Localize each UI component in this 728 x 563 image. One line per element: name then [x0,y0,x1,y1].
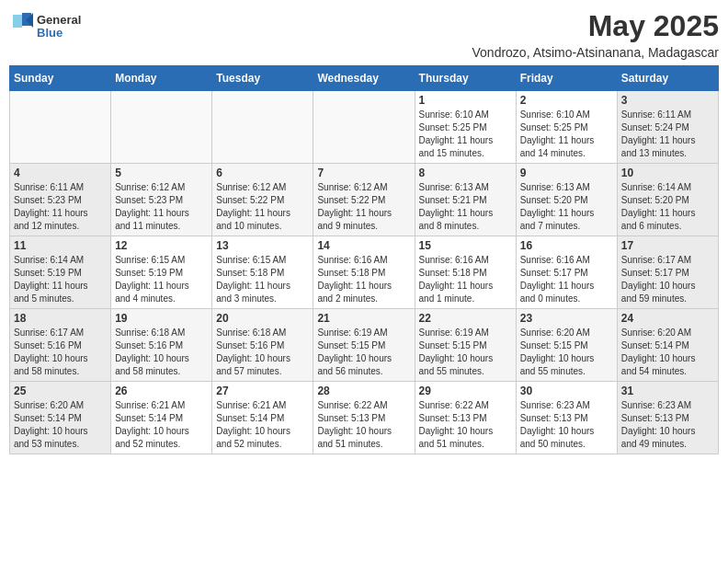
calendar-cell: 1Sunrise: 6:10 AM Sunset: 5:25 PM Daylig… [415,91,516,164]
day-info: Sunrise: 6:10 AM Sunset: 5:25 PM Dayligh… [419,109,512,160]
calendar-cell: 23Sunrise: 6:20 AM Sunset: 5:15 PM Dayli… [516,309,617,382]
header-thursday: Thursday [415,66,516,91]
day-info: Sunrise: 6:20 AM Sunset: 5:15 PM Dayligh… [520,327,613,378]
calendar-cell: 17Sunrise: 6:17 AM Sunset: 5:17 PM Dayli… [617,236,718,309]
page-container: General Blue May 2025 Vondrozo, Atsimo-A… [9,9,719,454]
calendar-cell: 21Sunrise: 6:19 AM Sunset: 5:15 PM Dayli… [313,309,415,382]
calendar-week-row: 25Sunrise: 6:20 AM Sunset: 5:14 PM Dayli… [10,382,719,454]
day-number: 24 [621,312,714,325]
calendar-cell: 16Sunrise: 6:16 AM Sunset: 5:17 PM Dayli… [516,236,617,309]
day-info: Sunrise: 6:10 AM Sunset: 5:25 PM Dayligh… [520,109,613,160]
day-number: 17 [621,239,714,252]
day-number: 5 [115,167,208,179]
day-info: Sunrise: 6:21 AM Sunset: 5:14 PM Dayligh… [115,399,208,451]
header-friday: Friday [516,66,617,91]
day-info: Sunrise: 6:18 AM Sunset: 5:16 PM Dayligh… [216,327,309,378]
day-number: 31 [621,385,714,397]
calendar-cell: 11Sunrise: 6:14 AM Sunset: 5:19 PM Dayli… [10,236,111,309]
day-number: 14 [317,239,410,252]
day-info: Sunrise: 6:16 AM Sunset: 5:18 PM Dayligh… [419,254,512,305]
day-number: 18 [14,312,107,325]
calendar-header-row: Sunday Monday Tuesday Wednesday Thursday… [10,66,719,91]
calendar-cell: 27Sunrise: 6:21 AM Sunset: 5:14 PM Dayli… [212,382,313,454]
calendar-cell [313,91,415,164]
day-number: 25 [14,385,107,397]
calendar-cell: 4Sunrise: 6:11 AM Sunset: 5:23 PM Daylig… [10,164,111,236]
day-number: 12 [115,239,208,252]
calendar-cell: 25Sunrise: 6:20 AM Sunset: 5:14 PM Dayli… [10,382,111,454]
day-info: Sunrise: 6:16 AM Sunset: 5:17 PM Dayligh… [520,254,613,305]
svg-marker-3 [13,15,22,28]
header: General Blue May 2025 Vondrozo, Atsimo-A… [9,9,719,60]
day-number: 30 [520,385,613,397]
day-info: Sunrise: 6:11 AM Sunset: 5:23 PM Dayligh… [14,181,107,233]
day-info: Sunrise: 6:23 AM Sunset: 5:13 PM Dayligh… [520,399,613,451]
calendar-week-row: 1Sunrise: 6:10 AM Sunset: 5:25 PM Daylig… [10,91,719,164]
day-number: 23 [520,312,613,325]
calendar-cell: 26Sunrise: 6:21 AM Sunset: 5:14 PM Dayli… [111,382,212,454]
day-info: Sunrise: 6:17 AM Sunset: 5:17 PM Dayligh… [621,254,714,305]
day-info: Sunrise: 6:12 AM Sunset: 5:22 PM Dayligh… [216,181,309,233]
calendar-cell: 24Sunrise: 6:20 AM Sunset: 5:14 PM Dayli… [617,309,718,382]
calendar-cell: 3Sunrise: 6:11 AM Sunset: 5:24 PM Daylig… [617,91,718,164]
day-number: 13 [216,239,309,252]
day-number: 6 [216,167,309,179]
location-subtitle: Vondrozo, Atsimo-Atsinanana, Madagascar [472,45,720,60]
calendar-cell: 19Sunrise: 6:18 AM Sunset: 5:16 PM Dayli… [111,309,212,382]
calendar-cell: 10Sunrise: 6:14 AM Sunset: 5:20 PM Dayli… [617,164,718,236]
day-info: Sunrise: 6:17 AM Sunset: 5:16 PM Dayligh… [14,327,107,378]
day-info: Sunrise: 6:13 AM Sunset: 5:20 PM Dayligh… [520,181,613,233]
day-info: Sunrise: 6:18 AM Sunset: 5:16 PM Dayligh… [115,327,208,378]
calendar-cell: 12Sunrise: 6:15 AM Sunset: 5:19 PM Dayli… [111,236,212,309]
day-info: Sunrise: 6:14 AM Sunset: 5:20 PM Dayligh… [621,181,714,233]
header-monday: Monday [111,66,212,91]
day-number: 16 [520,239,613,252]
calendar-cell: 18Sunrise: 6:17 AM Sunset: 5:16 PM Dayli… [10,309,111,382]
calendar-cell [212,91,313,164]
day-info: Sunrise: 6:15 AM Sunset: 5:18 PM Dayligh… [216,254,309,305]
day-number: 11 [14,239,107,252]
day-number: 10 [621,167,714,179]
calendar-table: Sunday Monday Tuesday Wednesday Thursday… [9,65,719,454]
day-info: Sunrise: 6:20 AM Sunset: 5:14 PM Dayligh… [14,399,107,451]
day-number: 21 [317,312,410,325]
day-number: 3 [621,94,714,107]
calendar-cell: 28Sunrise: 6:22 AM Sunset: 5:13 PM Dayli… [313,382,415,454]
calendar-cell: 5Sunrise: 6:12 AM Sunset: 5:23 PM Daylig… [111,164,212,236]
calendar-cell: 7Sunrise: 6:12 AM Sunset: 5:22 PM Daylig… [313,164,415,236]
calendar-cell: 22Sunrise: 6:19 AM Sunset: 5:15 PM Dayli… [415,309,516,382]
logo-svg: General Blue [9,9,92,42]
calendar-cell: 9Sunrise: 6:13 AM Sunset: 5:20 PM Daylig… [516,164,617,236]
calendar-cell: 13Sunrise: 6:15 AM Sunset: 5:18 PM Dayli… [212,236,313,309]
calendar-cell: 31Sunrise: 6:23 AM Sunset: 5:13 PM Dayli… [617,382,718,454]
day-number: 2 [520,94,613,107]
calendar-week-row: 4Sunrise: 6:11 AM Sunset: 5:23 PM Daylig… [10,164,719,236]
day-info: Sunrise: 6:19 AM Sunset: 5:15 PM Dayligh… [317,327,410,378]
day-info: Sunrise: 6:20 AM Sunset: 5:14 PM Dayligh… [621,327,714,378]
svg-text:General: General [37,13,81,27]
calendar-week-row: 18Sunrise: 6:17 AM Sunset: 5:16 PM Dayli… [10,309,719,382]
day-number: 15 [419,239,512,252]
calendar-cell: 8Sunrise: 6:13 AM Sunset: 5:21 PM Daylig… [415,164,516,236]
calendar-week-row: 11Sunrise: 6:14 AM Sunset: 5:19 PM Dayli… [10,236,719,309]
header-sunday: Sunday [10,66,111,91]
day-number: 19 [115,312,208,325]
day-number: 8 [419,167,512,179]
day-info: Sunrise: 6:12 AM Sunset: 5:23 PM Dayligh… [115,181,208,233]
title-area: May 2025 Vondrozo, Atsimo-Atsinanana, Ma… [472,9,720,60]
day-info: Sunrise: 6:23 AM Sunset: 5:13 PM Dayligh… [621,399,714,451]
calendar-cell [111,91,212,164]
day-info: Sunrise: 6:12 AM Sunset: 5:22 PM Dayligh… [317,181,410,233]
day-number: 22 [419,312,512,325]
day-info: Sunrise: 6:19 AM Sunset: 5:15 PM Dayligh… [419,327,512,378]
calendar-cell: 14Sunrise: 6:16 AM Sunset: 5:18 PM Dayli… [313,236,415,309]
day-info: Sunrise: 6:13 AM Sunset: 5:21 PM Dayligh… [419,181,512,233]
svg-text:Blue: Blue [37,26,63,40]
day-info: Sunrise: 6:22 AM Sunset: 5:13 PM Dayligh… [419,399,512,451]
day-number: 29 [419,385,512,397]
day-info: Sunrise: 6:14 AM Sunset: 5:19 PM Dayligh… [14,254,107,305]
month-year-title: May 2025 [472,9,720,43]
calendar-cell: 15Sunrise: 6:16 AM Sunset: 5:18 PM Dayli… [415,236,516,309]
day-info: Sunrise: 6:16 AM Sunset: 5:18 PM Dayligh… [317,254,410,305]
header-wednesday: Wednesday [313,66,415,91]
